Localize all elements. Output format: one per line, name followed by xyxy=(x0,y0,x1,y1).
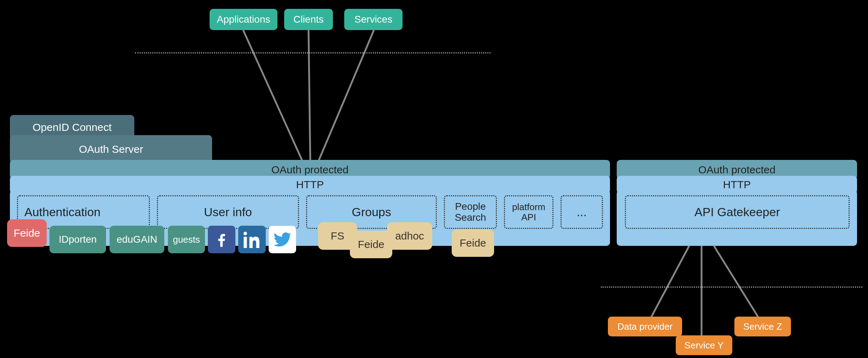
platform-api-label: platform API xyxy=(512,202,545,222)
authentication-label: Authentication xyxy=(24,205,101,219)
provider-idporten: IDporten xyxy=(49,226,106,253)
group-feide-label: Feide xyxy=(358,238,384,250)
facebook-icon xyxy=(208,226,235,253)
client-clients-label: Clients xyxy=(293,14,324,25)
gateway-http-label: HTTP xyxy=(723,179,751,191)
ellipsis-group: ... xyxy=(561,195,603,229)
provider-guests-label: guests xyxy=(173,234,200,245)
svg-line-0 xyxy=(243,30,303,162)
svg-line-5 xyxy=(714,246,763,325)
group-adhoc: adhoc xyxy=(387,222,432,250)
api-gatekeeper-group: API Gatekeeper xyxy=(625,195,850,229)
oauth-server-label: OAuth Server xyxy=(79,143,143,155)
service-y: Service Y xyxy=(676,335,732,355)
groups-label: Groups xyxy=(352,205,391,219)
top-separator xyxy=(135,52,491,53)
service-y-label: Service Y xyxy=(685,340,724,351)
client-services-label: Services xyxy=(354,14,392,25)
group-adhoc-label: adhoc xyxy=(395,230,424,242)
user-info-label: User info xyxy=(204,205,252,219)
provider-idporten-label: IDporten xyxy=(59,234,96,245)
provider-feide-label: Feide xyxy=(13,227,40,239)
client-applications: Applications xyxy=(210,9,277,30)
people-feide-label: Feide xyxy=(459,237,486,249)
user-info-group: User info xyxy=(157,195,299,229)
ellipsis-label: ... xyxy=(577,205,587,219)
api-gatekeeper-label: API Gatekeeper xyxy=(694,205,780,219)
twitter-icon xyxy=(269,226,296,253)
people-search-group: People Search xyxy=(444,195,497,229)
service-data-provider-label: Data provider xyxy=(617,321,673,332)
service-z: Service Z xyxy=(734,317,791,336)
gateway-oauth-protected-label: OAuth protected xyxy=(698,164,775,176)
group-feide: Feide xyxy=(350,231,392,258)
svg-line-3 xyxy=(647,246,689,325)
client-clients: Clients xyxy=(284,9,333,30)
provider-guests: guests xyxy=(168,226,205,253)
oauth-server-tab: OAuth Server xyxy=(10,135,212,163)
openid-connect-label: OpenID Connect xyxy=(33,121,111,133)
bottom-separator xyxy=(601,287,862,288)
provider-feide: Feide xyxy=(7,219,47,247)
people-search-label: People Search xyxy=(455,201,486,223)
svg-line-2 xyxy=(318,30,374,162)
provider-edugain-label: eduGAIN xyxy=(117,234,157,245)
main-http-label: HTTP xyxy=(296,179,324,191)
people-feide: Feide xyxy=(452,229,494,257)
service-z-label: Service Z xyxy=(743,321,782,332)
service-data-provider: Data provider xyxy=(608,317,682,336)
platform-api-group: platform API xyxy=(504,195,553,229)
main-oauth-protected-label: OAuth protected xyxy=(271,164,348,176)
client-applications-label: Applications xyxy=(217,14,270,25)
client-services: Services xyxy=(344,9,403,30)
svg-line-1 xyxy=(309,30,310,162)
linkedin-icon xyxy=(238,226,266,253)
group-fs-label: FS xyxy=(331,230,344,242)
provider-edugain: eduGAIN xyxy=(110,226,164,253)
